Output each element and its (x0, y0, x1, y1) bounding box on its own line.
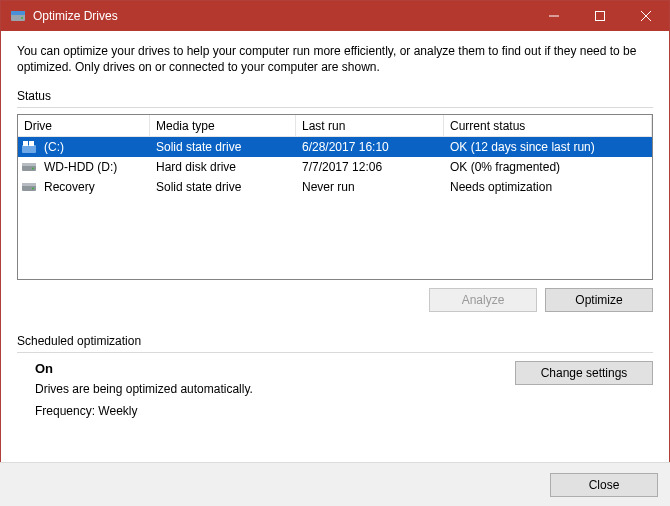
drive-last: 7/7/2017 12:06 (296, 160, 444, 174)
svg-rect-3 (596, 12, 605, 21)
drive-media: Solid state drive (150, 180, 296, 194)
scheduled-frequency: Frequency: Weekly (35, 404, 499, 418)
drive-name: (C:) (44, 140, 64, 154)
drive-icon (22, 141, 38, 153)
drive-row[interactable]: RecoverySolid state driveNever runNeeds … (18, 177, 652, 197)
analyze-button: Analyze (429, 288, 537, 312)
svg-rect-1 (11, 11, 25, 15)
drive-name: WD-HDD (D:) (44, 160, 117, 174)
drive-media: Solid state drive (150, 140, 296, 154)
header-drive[interactable]: Drive (18, 115, 150, 136)
divider (17, 352, 653, 353)
drive-status: Needs optimization (444, 180, 652, 194)
maximize-button[interactable] (577, 1, 623, 31)
optimize-button[interactable]: Optimize (545, 288, 653, 312)
status-section-label: Status (17, 89, 653, 103)
drive-icon (22, 181, 38, 193)
scheduled-status: On (35, 361, 499, 376)
header-last[interactable]: Last run (296, 115, 444, 136)
header-status[interactable]: Current status (444, 115, 652, 136)
drive-status: OK (12 days since last run) (444, 140, 652, 154)
scheduled-description: Drives are being optimized automatically… (35, 382, 499, 396)
scheduled-section-label: Scheduled optimization (17, 334, 653, 348)
svg-point-9 (32, 168, 34, 170)
drive-status: OK (0% fragmented) (444, 160, 652, 174)
svg-rect-6 (29, 141, 34, 146)
svg-rect-4 (22, 145, 36, 153)
close-button[interactable] (623, 1, 669, 31)
close-dialog-button[interactable]: Close (550, 473, 658, 497)
drives-header: Drive Media type Last run Current status (18, 115, 652, 137)
drive-row[interactable]: (C:)Solid state drive6/28/2017 16:10OK (… (18, 137, 652, 157)
change-settings-button[interactable]: Change settings (515, 361, 653, 385)
svg-point-2 (21, 17, 23, 19)
drive-row[interactable]: WD-HDD (D:)Hard disk drive7/7/2017 12:06… (18, 157, 652, 177)
window-title: Optimize Drives (33, 9, 118, 23)
header-media[interactable]: Media type (150, 115, 296, 136)
drive-name: Recovery (44, 180, 95, 194)
intro-text: You can optimize your drives to help you… (17, 43, 653, 75)
svg-rect-11 (22, 183, 36, 186)
drive-icon (22, 161, 38, 173)
drive-last: 6/28/2017 16:10 (296, 140, 444, 154)
app-icon (9, 7, 27, 25)
drive-last: Never run (296, 180, 444, 194)
minimize-button[interactable] (531, 1, 577, 31)
svg-point-12 (32, 188, 34, 190)
svg-rect-8 (22, 163, 36, 166)
footer: Close (0, 462, 670, 506)
titlebar: Optimize Drives (1, 1, 669, 31)
drive-media: Hard disk drive (150, 160, 296, 174)
divider (17, 107, 653, 108)
drives-list[interactable]: Drive Media type Last run Current status… (17, 114, 653, 280)
svg-rect-5 (23, 141, 28, 146)
